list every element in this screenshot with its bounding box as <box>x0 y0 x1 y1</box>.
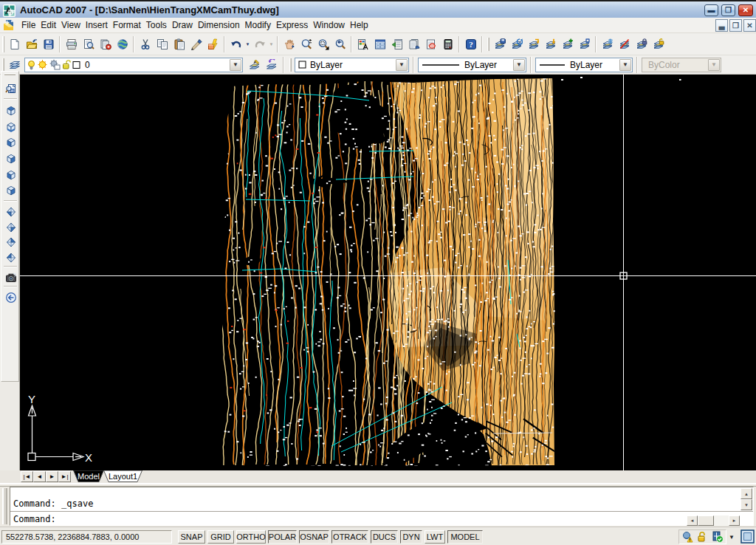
quickcalc-button[interactable] <box>439 35 456 53</box>
lineweight-combo-dropdown[interactable]: ▼ <box>619 59 631 71</box>
help-button[interactable]: ? <box>462 35 479 53</box>
menu-tools[interactable]: Tools <box>144 18 169 32</box>
scroll-up-button[interactable]: ▲ <box>740 488 752 499</box>
publish-button[interactable] <box>97 35 114 53</box>
menu-insert[interactable]: Insert <box>83 18 110 32</box>
coordinates-readout[interactable]: 552278.5738, 2236884.7883, 0.0000 <box>1 530 172 544</box>
change-to-current-layer-button[interactable] <box>542 35 559 53</box>
lineweight-control-combo[interactable]: ByLayer ▼ <box>535 58 633 72</box>
restore-button[interactable]: ❐ <box>721 4 735 16</box>
layer-previous-button[interactable] <box>263 56 280 74</box>
designcenter-button[interactable] <box>371 35 388 53</box>
scroll-left-button[interactable]: ◄ <box>687 515 698 526</box>
command-text-area[interactable]: Command: _qsave Command: ▲ ▼ ◄ ► <box>10 487 754 526</box>
layer-isolate-button[interactable] <box>576 35 593 53</box>
layer-select-combo[interactable]: 0 ▼ <box>24 58 243 72</box>
zoom-previous-button[interactable] <box>331 35 348 53</box>
menu-file[interactable]: File <box>19 18 38 32</box>
camera-button[interactable] <box>4 270 18 285</box>
tab-nav-first-button[interactable]: |◄ <box>21 471 33 482</box>
toggle-lwt[interactable]: LWT <box>425 530 445 544</box>
menu-window[interactable]: Window <box>311 18 347 32</box>
scroll-down-button[interactable]: ▼ <box>740 499 752 510</box>
layer-combo-dropdown[interactable]: ▼ <box>230 59 241 71</box>
layer-match-button[interactable] <box>525 35 542 53</box>
plot-preview-button[interactable] <box>80 35 97 53</box>
tray-menu-arrow[interactable]: ▼ <box>729 534 735 541</box>
copy-to-new-layer-button[interactable] <box>559 35 576 53</box>
toggle-ortho[interactable]: ORTHO <box>236 530 266 544</box>
toggle-model[interactable]: MODEL <box>447 530 483 544</box>
previous-view-button[interactable] <box>4 290 18 305</box>
communication-center-icon[interactable] <box>681 531 693 543</box>
layer-freeze-button[interactable] <box>599 35 616 53</box>
layer-walk-button[interactable] <box>508 35 525 53</box>
scroll-right-button[interactable]: ► <box>729 515 740 526</box>
command-horizontal-scrollbar[interactable]: ◄ ► <box>687 515 740 526</box>
layer-off-button[interactable] <box>616 35 633 53</box>
document-close-button[interactable]: ✕ <box>743 19 756 32</box>
menu-modify[interactable]: Modify <box>243 18 273 32</box>
properties-button[interactable] <box>354 35 371 53</box>
view-back-button[interactable] <box>4 183 18 198</box>
menu-view[interactable]: View <box>59 18 83 32</box>
block-editor-button[interactable] <box>205 35 221 53</box>
linetype-combo-dropdown[interactable]: ▼ <box>513 59 525 71</box>
tab-nav-prev-button[interactable]: ◄ <box>33 471 46 482</box>
close-button[interactable]: ✕ <box>738 4 753 16</box>
new-button[interactable] <box>6 35 23 53</box>
undo-button[interactable] <box>227 35 244 53</box>
minimize-button[interactable]: ▬ <box>704 4 718 16</box>
toolbar-grip[interactable] <box>2 36 4 52</box>
view-top-button[interactable] <box>4 103 18 118</box>
toolbar-grip[interactable] <box>2 58 4 72</box>
named-views-button[interactable] <box>4 82 18 97</box>
copy-button[interactable] <box>154 35 171 53</box>
toolbar-unlock-icon[interactable] <box>696 531 708 543</box>
markup-set-manager-button[interactable] <box>422 35 439 53</box>
view-left-button[interactable] <box>4 135 18 150</box>
menu-dimension[interactable]: Dimension <box>196 18 242 32</box>
toggle-snap[interactable]: SNAP <box>178 530 205 544</box>
zoom-realtime-button[interactable] <box>298 35 315 53</box>
redo-dropdown-arrow[interactable]: ▼ <box>268 35 275 53</box>
standards-check-icon[interactable] <box>712 531 724 543</box>
menu-format[interactable]: Format <box>111 18 143 32</box>
toolbar-grip[interactable] <box>487 38 489 51</box>
sheet-set-manager-button[interactable] <box>405 35 422 53</box>
document-minimize-button[interactable]: ▃ <box>715 19 728 32</box>
match-properties-button[interactable] <box>188 35 205 53</box>
iso-se-button[interactable] <box>4 220 18 235</box>
layer-lock-button[interactable] <box>633 35 650 53</box>
view-front-button[interactable] <box>4 168 18 182</box>
plot-button[interactable] <box>63 35 80 53</box>
toolbar-grip[interactable] <box>289 58 292 72</box>
toggle-ducs[interactable]: DUCS <box>371 530 398 544</box>
tool-palettes-button[interactable] <box>388 35 405 53</box>
drawing-area[interactable]: YX <box>20 75 756 470</box>
save-button[interactable] <box>40 35 57 53</box>
paste-button[interactable] <box>171 35 188 53</box>
menu-edit[interactable]: Edit <box>38 18 58 32</box>
document-restore-button[interactable]: ❐ <box>729 19 742 32</box>
tab-layout1[interactable]: Layout1 <box>103 470 142 482</box>
toggle-polar[interactable]: POLAR <box>268 530 297 544</box>
toggle-dyn[interactable]: DYN <box>400 530 422 544</box>
3ddwf-button[interactable] <box>114 35 131 53</box>
toggle-osnap[interactable]: OSNAP <box>299 530 329 544</box>
open-button[interactable] <box>23 35 40 53</box>
zoom-window-button[interactable] <box>315 35 331 53</box>
make-object-layer-current-button[interactable] <box>246 56 263 74</box>
command-vertical-scrollbar[interactable]: ▲ ▼ <box>740 488 752 510</box>
view-bottom-button[interactable] <box>4 120 18 134</box>
command-prompt[interactable]: Command: <box>11 514 56 524</box>
iso-sw-button[interactable] <box>4 205 18 219</box>
menu-help[interactable]: Help <box>348 18 371 32</box>
linetype-control-combo[interactable]: ByLayer ▼ <box>418 58 526 72</box>
command-window-grip[interactable] <box>2 488 7 524</box>
scrollbar-thumb[interactable] <box>698 515 714 526</box>
toolbar-grip[interactable] <box>4 73 16 75</box>
tab-model[interactable]: Model <box>73 470 104 482</box>
cut-button[interactable] <box>137 35 154 53</box>
menu-draw[interactable]: Draw <box>170 18 195 32</box>
